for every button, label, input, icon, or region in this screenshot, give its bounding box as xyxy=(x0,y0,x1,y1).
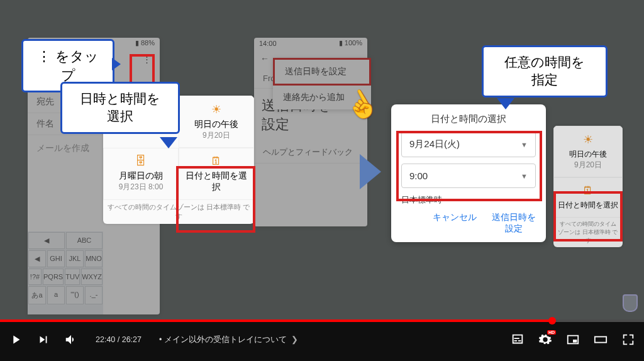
next-button[interactable] xyxy=(36,333,50,347)
dialog-title: 日付と時間の選択 xyxy=(401,113,536,125)
briefcase-icon: 🗄 xyxy=(108,155,174,168)
fullscreen-button[interactable] xyxy=(621,333,635,347)
svg-rect-1 xyxy=(595,336,606,342)
sheet-monday-am[interactable]: 🗄 月曜日の朝 9月23日 8:00 xyxy=(103,148,179,200)
subtitles-button[interactable] xyxy=(511,333,525,347)
highlight-kebab xyxy=(130,54,155,86)
highlight-right-pick xyxy=(553,191,623,242)
sun-icon: ☀ xyxy=(183,103,250,116)
sun-icon: ☀ xyxy=(558,133,618,147)
progress-played xyxy=(0,319,552,322)
sheet-tomorrow-pm[interactable]: ☀ 明日の午後 9月20日 xyxy=(179,96,254,148)
callout-tail-3 xyxy=(497,98,514,109)
volume-button[interactable] xyxy=(64,333,78,347)
hd-badge: HD xyxy=(547,330,556,335)
callout-tail xyxy=(112,58,121,70)
time-display: 22:40 / 26:27 xyxy=(96,335,142,344)
callout-select-datetime: 日時と時間を 選択 xyxy=(60,82,180,134)
help-row[interactable]: ヘルプとフィードバック xyxy=(254,142,367,164)
video-controls: 22:40 / 26:27 • メイン以外の受信トレイについて ❯ HD xyxy=(0,319,644,361)
callout-specify-time: 任意の時間を 指定 xyxy=(482,45,608,97)
flow-arrow-icon xyxy=(360,154,381,189)
menu-schedule[interactable]: 送信日時を設定 xyxy=(273,58,371,86)
dialog-cancel[interactable]: キャンセル xyxy=(433,212,477,235)
r-tomorrow[interactable]: ☀ 明日の午後 9月20日 xyxy=(553,126,623,177)
play-button[interactable] xyxy=(9,333,23,347)
status-bar-2: 14:00▮ 100% xyxy=(254,38,367,48)
callout-tail-2 xyxy=(160,137,177,148)
highlight-pick-datetime xyxy=(176,166,255,233)
video-area: ⋮ をタップ ▮ 88% ⋮ From 宛先 件名 メールを作成 ◀ABC ◀G… xyxy=(0,0,644,319)
progress-knob[interactable] xyxy=(548,317,556,325)
progress-bar[interactable] xyxy=(0,319,644,322)
theater-button[interactable] xyxy=(594,333,608,347)
highlight-dialog-fields xyxy=(396,131,542,201)
dialog-confirm[interactable]: 送信日時を 設定 xyxy=(492,212,536,235)
settings-button[interactable]: HD xyxy=(538,333,552,347)
channel-watermark[interactable] xyxy=(623,294,638,312)
chapter-title[interactable]: • メイン以外の受信トレイについて ❯ xyxy=(159,335,298,345)
svg-rect-0 xyxy=(573,340,577,343)
keyboard[interactable]: ◀ABC ◀GHIJKLMNO !?#PQRSTUVWXYZ あaa'"()._… xyxy=(28,231,103,314)
miniplayer-button[interactable] xyxy=(566,333,580,347)
chevron-right-icon: ❯ xyxy=(289,335,298,344)
